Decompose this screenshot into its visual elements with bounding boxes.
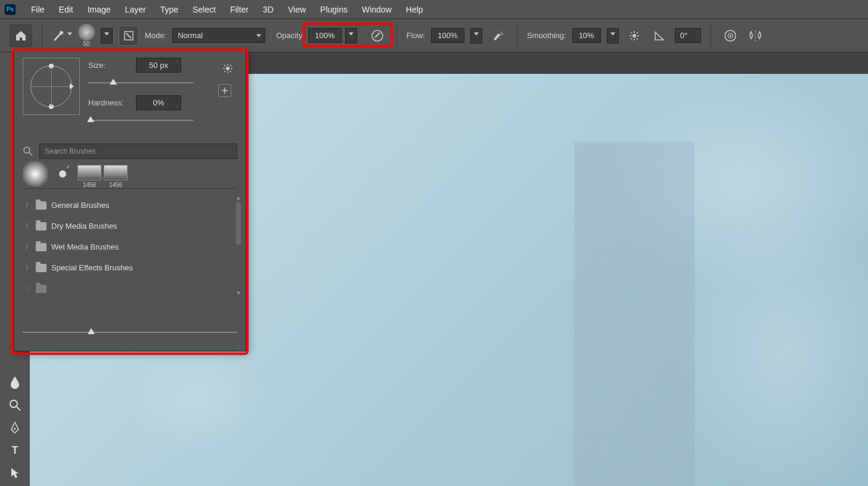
dodge-tool[interactable] [4,395,26,415]
recent-brushes-row: 1456 1456 [23,159,237,189]
brush-search-input[interactable] [39,144,237,159]
separator [396,24,397,48]
opacity-label: Opacity: [276,31,305,40]
flow-label: Flow: [407,31,425,40]
folder-icon [36,222,46,230]
flow-dropdown[interactable] [470,28,482,43]
menu-filter[interactable]: Filter [223,2,256,17]
angle-icon[interactable] [650,26,669,45]
menu-layer[interactable]: Layer [118,2,153,17]
size-pressure-icon[interactable] [721,26,740,45]
separator [711,24,711,48]
scroll-up-icon[interactable]: ▲ [236,195,241,201]
brush-folder[interactable]: 〉Wet Media Brushes [23,236,242,257]
blend-mode-dropdown[interactable]: Normal [172,28,265,43]
brush-preview-icon [78,24,95,40]
separator [42,24,42,48]
svg-point-4 [502,33,503,35]
size-slider[interactable] [88,77,193,88]
brush-preset[interactable] [50,165,75,188]
svg-point-17 [729,35,731,36]
symmetry-icon[interactable] [746,26,765,45]
folder-icon [36,243,46,251]
brush-preset-panel: Size: 50 px Hardness: 0% [14,50,246,351]
svg-text:T: T [12,444,18,456]
hardness-slider[interactable] [88,115,193,126]
brush-folder-list: 〉General Brushes 〉Dry Media Brushes 〉Wet… [23,195,242,296]
svg-line-13 [631,38,632,39]
svg-point-0 [60,31,63,35]
pen-tool[interactable] [4,418,26,438]
svg-point-6 [633,34,636,38]
menu-edit[interactable]: Edit [52,2,80,17]
brush-folder[interactable]: 〉Dry Media Brushes [23,216,242,236]
menu-plugins[interactable]: Plugins [313,2,355,17]
opacity-group: Opacity: 100% [271,27,362,45]
svg-point-25 [226,67,230,70]
folder-scrollbar[interactable]: ▲ ▼ [235,195,242,296]
svg-point-36 [24,147,30,153]
size-input[interactable]: 50 px [136,58,181,73]
menu-type[interactable]: Type [153,2,185,17]
folder-icon [36,285,46,293]
search-icon [23,146,33,157]
separator [517,24,517,48]
brush-size-label: 50 [83,40,89,47]
brush-folder[interactable]: 〉General Brushes [23,195,242,216]
scroll-down-icon[interactable]: ▼ [236,290,241,296]
svg-line-32 [224,71,225,72]
svg-point-20 [10,400,17,407]
brush-folder[interactable]: 〉 [23,278,242,296]
opacity-input[interactable]: 100% [308,28,342,43]
angle-input[interactable]: 0° [675,28,701,43]
menu-help[interactable]: Help [399,2,430,17]
svg-line-37 [29,152,32,155]
menu-bar: Ps File Edit Image Layer Type Select Fil… [0,0,868,19]
brush-folder[interactable]: 〉Special Effects Brushes [23,257,242,278]
brush-settings-toggle[interactable] [119,26,139,46]
thumbnail-size-slider[interactable] [23,327,237,338]
mode-label: Mode: [145,31,166,40]
smoothing-options-icon[interactable] [625,26,644,45]
svg-line-31 [230,71,231,72]
hardness-label: Hardness: [88,98,130,107]
scroll-thumb[interactable] [236,202,241,245]
opacity-pressure-icon[interactable] [368,26,387,45]
svg-line-12 [637,38,638,39]
svg-line-14 [637,32,638,33]
options-bar: 50 Mode: Normal Opacity: 100% Flow: 100%… [0,19,868,52]
menu-view[interactable]: View [281,2,313,17]
menu-3d[interactable]: 3D [256,2,281,17]
brush-preset-picker[interactable]: 50 [78,24,95,47]
home-button[interactable] [10,24,32,47]
brush-preset[interactable]: 1456 [78,165,101,188]
panel-resize-grip[interactable]: ⋰ [236,341,243,350]
play-icon [70,83,74,89]
blur-tool[interactable] [4,372,26,392]
flow-input[interactable]: 100% [431,28,464,43]
tool-preset-picker[interactable] [52,29,72,42]
svg-point-3 [501,32,502,33]
smoothing-dropdown[interactable] [607,28,619,43]
hardness-input[interactable]: 0% [136,95,181,110]
brush-preset-dropdown[interactable] [101,28,113,43]
menu-select[interactable]: Select [185,2,223,17]
brush-preset[interactable]: 1456 [104,165,128,188]
svg-point-22 [14,428,16,430]
menu-window[interactable]: Window [355,2,399,17]
svg-line-11 [631,32,632,33]
menu-image[interactable]: Image [80,2,118,17]
brush-angle-widget[interactable] [23,58,80,115]
opacity-dropdown[interactable] [345,28,357,43]
menu-file[interactable]: File [24,2,52,17]
smoothing-input[interactable]: 10% [572,28,601,43]
new-preset-icon[interactable] [218,84,231,97]
path-selection-tool[interactable] [4,463,26,483]
svg-line-30 [224,65,225,66]
app-logo: Ps [5,4,16,15]
brush-preset[interactable] [23,165,48,188]
svg-line-21 [17,407,20,410]
type-tool[interactable]: T [4,440,26,460]
airbrush-icon[interactable] [488,26,507,45]
panel-gear-icon[interactable] [218,59,237,78]
